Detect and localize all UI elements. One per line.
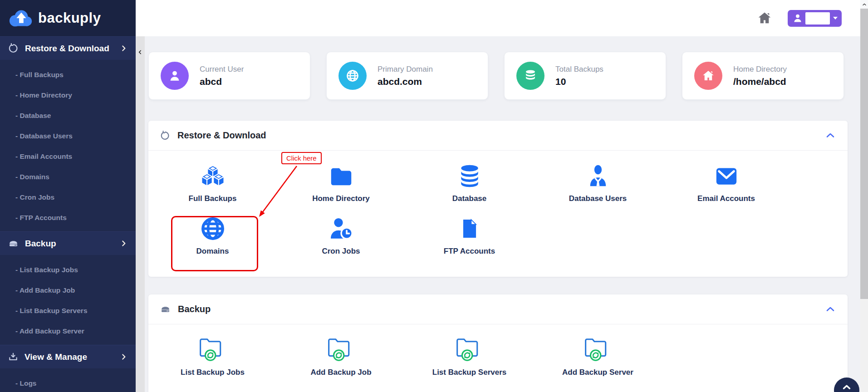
brand-logo[interactable]: backuply <box>0 0 136 36</box>
sidebar-item-list-backup-jobs[interactable]: - List Backup Jobs <box>0 260 136 280</box>
sidebar-collapse-gutter <box>136 36 145 392</box>
globe-icon <box>338 62 367 90</box>
stat-label: Total Backups <box>555 65 603 74</box>
panel-backup: Backup List Backup Jobs <box>148 294 848 392</box>
tile-add-backup-job[interactable]: Add Backup Job <box>277 335 405 377</box>
folder-sync-icon <box>581 335 615 364</box>
folder-icon <box>328 162 354 191</box>
tile-full-backups[interactable]: Full Backups <box>148 162 277 203</box>
sidebar-item-ftp-accounts[interactable]: - FTP Accounts <box>0 207 136 228</box>
sidebar-item-add-backup-server[interactable]: - Add Backup Server <box>0 321 136 341</box>
scrollbar-up-button[interactable] <box>860 0 868 9</box>
topbar <box>136 0 860 36</box>
database-icon <box>516 62 544 90</box>
panel-restore-download: Restore & Download Full Backups <box>148 121 848 277</box>
stat-card-current-user: Current User abcd <box>148 52 310 100</box>
chevron-up-icon[interactable] <box>825 304 836 315</box>
sidebar-section-view-manage[interactable]: View & Manage <box>0 345 136 368</box>
restore-icon <box>160 131 170 141</box>
sidebar-item-database-users[interactable]: - Database Users <box>0 126 136 146</box>
tile-label: Email Accounts <box>697 194 755 203</box>
sidebar-items-backup: - List Backup Jobs - Add Backup Job - Li… <box>0 255 136 345</box>
annotation-note: Click here <box>281 152 322 164</box>
cloud-upload-icon <box>7 8 34 28</box>
sidebar-item-list-backup-servers[interactable]: - List Backup Servers <box>0 300 136 321</box>
stat-value: /home/abcd <box>733 76 787 87</box>
panel-header: Restore & Download <box>148 121 848 151</box>
sidebar-section-label: Restore & Download <box>25 44 109 54</box>
sidebar-section-label: View & Manage <box>25 352 87 362</box>
folder-sync-icon <box>324 335 358 364</box>
backup-tiles-grid: List Backup Jobs Add Backup Job <box>148 324 848 377</box>
sidebar-items-restore: - Full Backups - Home Directory - Databa… <box>0 60 136 231</box>
user-tie-icon <box>585 162 611 191</box>
tile-label: FTP Accounts <box>444 247 495 256</box>
tile-ftp-accounts[interactable]: FTP Accounts <box>405 214 534 256</box>
scrollbar-thumb[interactable] <box>860 9 868 299</box>
panel-title: Backup <box>178 304 211 314</box>
chevron-right-icon <box>120 353 128 361</box>
tile-label: Database Users <box>569 194 627 203</box>
user-icon <box>792 13 803 24</box>
user-clock-icon <box>328 214 354 243</box>
folder-sync-icon <box>196 335 230 364</box>
sidebar-item-database[interactable]: - Database <box>0 105 136 126</box>
sidebar-item-full-backups[interactable]: - Full Backups <box>0 64 136 85</box>
sidebar-item-home-directory[interactable]: - Home Directory <box>0 85 136 105</box>
cubes-icon <box>199 162 227 191</box>
sidebar-item-cron-jobs[interactable]: - Cron Jobs <box>0 187 136 207</box>
sidebar-item-email-accounts[interactable]: - Email Accounts <box>0 146 136 167</box>
restore-tiles-grid: Full Backups Home Directory <box>148 151 848 256</box>
home-icon[interactable] <box>757 10 772 26</box>
tile-add-backup-server[interactable]: Add Backup Server <box>534 335 662 377</box>
sidebar-section-restore-download[interactable]: Restore & Download <box>0 36 136 60</box>
brand-name: backuply <box>38 10 101 26</box>
sidebar-item-logs[interactable]: - Logs <box>0 373 136 392</box>
database-icon <box>457 162 482 191</box>
stat-label: Current User <box>200 65 244 74</box>
file-icon <box>458 214 481 243</box>
tile-cron-jobs[interactable]: Cron Jobs <box>277 214 405 256</box>
folder-sync-icon <box>453 335 486 364</box>
tile-domains[interactable]: Domains <box>148 214 277 256</box>
tile-label: Full Backups <box>189 194 237 203</box>
sidebar-section-label: Backup <box>25 239 56 249</box>
hard-drive-icon <box>8 238 19 249</box>
tile-label: List Backup Servers <box>432 368 506 377</box>
tile-label: Add Backup Job <box>310 368 371 377</box>
panel-header: Backup <box>148 294 848 324</box>
tile-email-accounts[interactable]: Email Accounts <box>662 162 790 203</box>
tile-list-backup-jobs[interactable]: List Backup Jobs <box>148 335 277 377</box>
sidebar-items-view-manage: - Logs <box>0 368 136 392</box>
stat-card-home-directory: Home Directory /home/abcd <box>682 52 844 100</box>
tile-label: List Backup Jobs <box>181 368 245 377</box>
chevron-right-icon <box>120 44 128 52</box>
chevron-up-icon[interactable] <box>825 130 836 141</box>
tile-label: Domains <box>196 247 229 256</box>
envelope-icon <box>714 162 739 191</box>
restore-icon <box>8 43 19 54</box>
main-content: Current User abcd Primary Domain abcd.co… <box>145 36 860 392</box>
tile-label: Cron Jobs <box>322 247 360 256</box>
tile-label: Home Directory <box>312 194 370 203</box>
stat-label: Home Directory <box>733 65 787 74</box>
panel-title: Restore & Download <box>177 130 266 141</box>
stat-value: abcd <box>200 76 244 87</box>
tile-home-directory[interactable]: Home Directory <box>277 162 405 203</box>
tile-database-users[interactable]: Database Users <box>534 162 662 203</box>
sidebar-item-add-backup-job[interactable]: - Add Backup Job <box>0 280 136 300</box>
sidebar: backuply Restore & Download - Full Backu… <box>0 0 136 392</box>
username-redacted <box>805 12 830 24</box>
user-menu-button[interactable] <box>788 10 842 27</box>
stat-cards-row: Current User abcd Primary Domain abcd.co… <box>148 52 844 100</box>
chevron-right-icon <box>120 240 128 247</box>
tile-label: Add Backup Server <box>562 368 633 377</box>
sidebar-item-domains[interactable]: - Domains <box>0 167 136 187</box>
collapse-sidebar-icon[interactable] <box>137 49 143 55</box>
sidebar-section-backup[interactable]: Backup <box>0 231 136 255</box>
tile-database[interactable]: Database <box>405 162 534 203</box>
tile-list-backup-servers[interactable]: List Backup Servers <box>405 335 534 377</box>
tile-label: Database <box>452 194 487 203</box>
globe-icon <box>200 214 226 243</box>
stat-card-primary-domain: Primary Domain abcd.com <box>326 52 488 100</box>
